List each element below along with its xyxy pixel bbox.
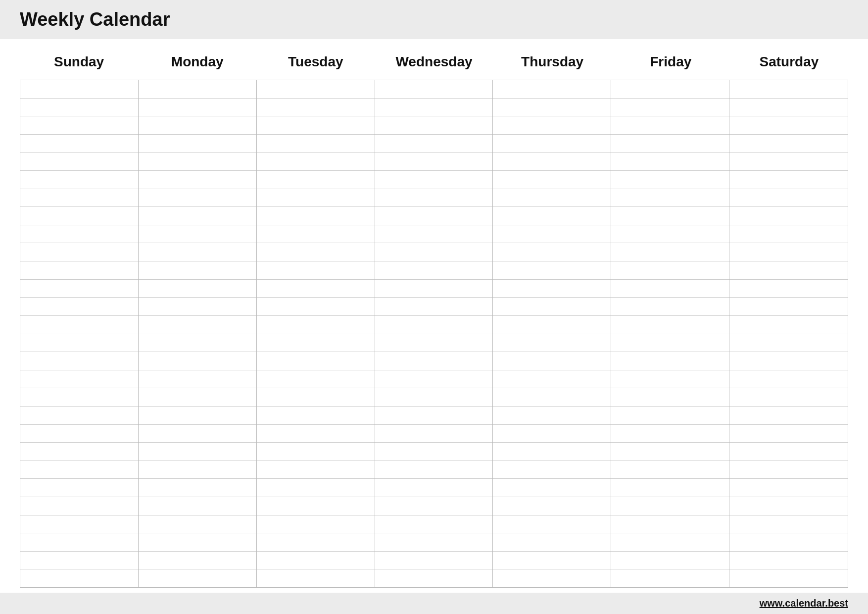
time-row[interactable] (139, 153, 256, 171)
time-row[interactable] (493, 171, 611, 189)
time-row[interactable] (611, 225, 729, 244)
time-row[interactable] (375, 316, 493, 334)
day-column-monday[interactable] (139, 80, 257, 587)
time-row[interactable] (20, 261, 138, 280)
time-row[interactable] (139, 80, 256, 99)
time-row[interactable] (729, 479, 848, 497)
time-row[interactable] (493, 533, 611, 552)
time-row[interactable] (257, 80, 375, 99)
time-row[interactable] (493, 515, 611, 534)
time-row[interactable] (257, 425, 375, 443)
time-row[interactable] (20, 243, 138, 261)
time-row[interactable] (139, 370, 256, 389)
time-row[interactable] (493, 80, 611, 99)
time-row[interactable] (493, 280, 611, 298)
time-row[interactable] (611, 479, 729, 497)
time-row[interactable] (493, 116, 611, 135)
day-column-friday[interactable] (611, 80, 729, 587)
time-row[interactable] (375, 334, 493, 353)
time-row[interactable] (257, 99, 375, 117)
time-row[interactable] (139, 425, 256, 443)
time-row[interactable] (375, 189, 493, 207)
time-row[interactable] (20, 99, 138, 117)
time-row[interactable] (139, 443, 256, 461)
time-row[interactable] (729, 443, 848, 461)
time-row[interactable] (257, 189, 375, 207)
time-row[interactable] (729, 352, 848, 370)
time-row[interactable] (729, 189, 848, 207)
time-row[interactable] (375, 370, 493, 389)
time-row[interactable] (139, 135, 256, 153)
time-row[interactable] (611, 171, 729, 189)
time-row[interactable] (257, 171, 375, 189)
day-column-tuesday[interactable] (257, 80, 375, 587)
time-row[interactable] (493, 461, 611, 479)
time-row[interactable] (729, 515, 848, 534)
time-row[interactable] (139, 334, 256, 353)
time-row[interactable] (375, 99, 493, 117)
time-row[interactable] (375, 388, 493, 407)
time-row[interactable] (20, 316, 138, 334)
time-row[interactable] (257, 388, 375, 407)
time-row[interactable] (729, 461, 848, 479)
time-row[interactable] (493, 99, 611, 117)
time-row[interactable] (20, 171, 138, 189)
time-row[interactable] (20, 135, 138, 153)
time-row[interactable] (729, 261, 848, 280)
time-row[interactable] (139, 533, 256, 552)
time-row[interactable] (20, 80, 138, 99)
time-row[interactable] (375, 533, 493, 552)
time-row[interactable] (257, 316, 375, 334)
time-row[interactable] (611, 552, 729, 570)
time-row[interactable] (493, 261, 611, 280)
time-row[interactable] (611, 461, 729, 479)
time-row[interactable] (611, 280, 729, 298)
time-row[interactable] (611, 407, 729, 425)
time-row[interactable] (375, 153, 493, 171)
time-row[interactable] (493, 243, 611, 261)
time-row[interactable] (139, 280, 256, 298)
time-row[interactable] (20, 352, 138, 370)
time-row[interactable] (257, 352, 375, 370)
time-row[interactable] (611, 99, 729, 117)
time-row[interactable] (729, 334, 848, 353)
time-row[interactable] (375, 171, 493, 189)
time-row[interactable] (729, 533, 848, 552)
time-row[interactable] (729, 225, 848, 244)
time-row[interactable] (611, 116, 729, 135)
time-row[interactable] (139, 388, 256, 407)
time-row[interactable] (729, 388, 848, 407)
time-row[interactable] (257, 243, 375, 261)
time-row[interactable] (493, 479, 611, 497)
time-row[interactable] (257, 370, 375, 389)
time-row[interactable] (611, 569, 729, 587)
time-row[interactable] (20, 443, 138, 461)
time-row[interactable] (493, 388, 611, 407)
time-row[interactable] (729, 280, 848, 298)
time-row[interactable] (493, 298, 611, 316)
time-row[interactable] (493, 189, 611, 207)
time-row[interactable] (729, 569, 848, 587)
time-row[interactable] (611, 316, 729, 334)
time-row[interactable] (611, 443, 729, 461)
time-row[interactable] (729, 552, 848, 570)
time-row[interactable] (375, 280, 493, 298)
time-row[interactable] (729, 153, 848, 171)
time-row[interactable] (20, 552, 138, 570)
time-row[interactable] (729, 497, 848, 515)
time-row[interactable] (139, 171, 256, 189)
time-row[interactable] (257, 261, 375, 280)
time-row[interactable] (257, 280, 375, 298)
time-row[interactable] (375, 243, 493, 261)
time-row[interactable] (257, 298, 375, 316)
time-row[interactable] (20, 388, 138, 407)
time-row[interactable] (493, 334, 611, 353)
time-row[interactable] (139, 298, 256, 316)
time-row[interactable] (729, 207, 848, 225)
time-row[interactable] (375, 407, 493, 425)
time-row[interactable] (20, 116, 138, 135)
time-row[interactable] (257, 443, 375, 461)
time-row[interactable] (139, 116, 256, 135)
time-row[interactable] (257, 569, 375, 587)
time-row[interactable] (493, 352, 611, 370)
